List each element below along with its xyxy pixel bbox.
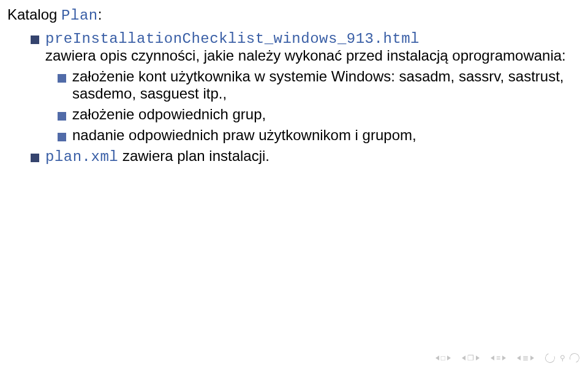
item-text: zawiera plan instalacji. [118, 147, 270, 164]
bullet-icon [58, 133, 66, 141]
loop-back-icon [543, 351, 556, 364]
triangle-right-icon [502, 356, 506, 360]
list-item: plan.xml zawiera plan instalacji. [31, 147, 581, 165]
nav-subsection[interactable]: ❐ [462, 354, 480, 362]
filename: preInstallationChecklist_windows_913.htm… [45, 31, 420, 47]
list-item: nadanie odpowiednich praw użytkownikom i… [58, 127, 581, 144]
frame-icon: □ [441, 354, 445, 362]
triangle-right-icon [530, 356, 534, 360]
heading-mono: Plan [61, 7, 98, 24]
heading-prefix: Katalog [7, 6, 61, 23]
loop-forward-icon [568, 351, 581, 364]
triangle-left-icon [517, 356, 521, 360]
list-item: założenie kont użytkownika w systemie Wi… [58, 68, 581, 102]
item-text: założenie kont użytkownika w systemie Wi… [72, 68, 581, 102]
item-text: zawiera opis czynności, jakie należy wyk… [45, 47, 566, 64]
heading: Katalog Plan: [7, 5, 581, 26]
bullet-icon [31, 154, 39, 162]
triangle-right-icon [476, 356, 480, 360]
bullet-icon [31, 35, 39, 44]
item-text: nadanie odpowiednich praw użytkownikom i… [72, 127, 581, 144]
triangle-left-icon [435, 356, 439, 360]
nav-doc[interactable]: ≣ [517, 354, 534, 362]
nav-section[interactable]: ≡ [491, 354, 506, 362]
nav-back-forward[interactable]: ⚲ [545, 353, 579, 363]
triangle-left-icon [491, 356, 494, 360]
nav-frame[interactable]: □ [435, 354, 451, 362]
list-item: założenie odpowiednich grup, [58, 106, 581, 123]
bullet-icon [58, 112, 66, 121]
item-text: założenie odpowiednich grup, [72, 106, 581, 123]
filename: plan.xml [45, 149, 118, 165]
search-icon: ⚲ [560, 354, 565, 362]
beamer-nav: □ ❐ ≡ ≣ ⚲ [435, 353, 579, 363]
doc-icon: ≣ [522, 354, 529, 362]
triangle-right-icon [447, 356, 451, 360]
bullet-icon [58, 74, 66, 83]
subsection-icon: ❐ [467, 354, 474, 362]
triangle-left-icon [462, 356, 466, 360]
list-item: preInstallationChecklist_windows_913.htm… [31, 29, 581, 64]
heading-suffix: : [98, 6, 102, 23]
section-icon: ≡ [496, 354, 500, 362]
